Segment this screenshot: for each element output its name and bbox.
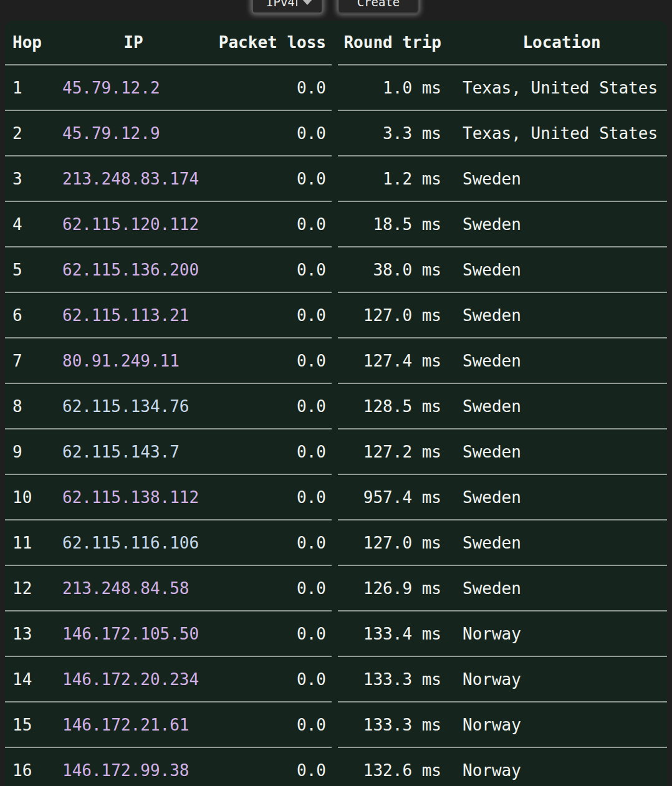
ip-link[interactable]: 213.248.83.174 bbox=[62, 170, 199, 188]
round-trip-cell: 127.0 ms bbox=[326, 534, 441, 552]
table-row: 11 62.115.116.106 0.0 127.0 ms Sweden bbox=[5, 519, 667, 565]
ip-link[interactable]: 146.172.21.61 bbox=[62, 716, 190, 734]
packet-loss-cell: 0.0 bbox=[212, 306, 326, 325]
packet-loss-cell: 0.0 bbox=[212, 79, 326, 97]
table-row: 7 80.91.249.11 0.0 127.4 ms Sweden bbox=[5, 337, 667, 383]
location-cell: Sweden bbox=[441, 170, 667, 188]
ip-link[interactable]: 62.115.116.106 bbox=[62, 534, 199, 552]
hop-cell: 14 bbox=[5, 670, 55, 689]
round-trip-cell: 133.3 ms bbox=[326, 670, 441, 689]
ip-cell: 62.115.136.200 bbox=[55, 261, 212, 279]
chevron-down-icon bbox=[302, 0, 313, 5]
location-cell: Texas, United States bbox=[441, 79, 667, 97]
column-header-location: Location bbox=[441, 33, 667, 52]
ip-cell: 45.79.12.2 bbox=[55, 79, 212, 97]
ip-cell: 62.115.113.21 bbox=[55, 306, 212, 325]
location-cell: Sweden bbox=[441, 215, 667, 234]
round-trip-cell: 127.4 ms bbox=[326, 352, 441, 370]
ip-cell: 62.115.120.112 bbox=[55, 215, 212, 234]
ip-link[interactable]: 62.115.113.21 bbox=[62, 306, 190, 325]
hop-cell: 5 bbox=[5, 261, 55, 279]
looking-glass-page: IPv4 Create Hop IP Packet loss Round tri… bbox=[0, 0, 672, 786]
table-row: 4 62.115.120.112 0.0 18.5 ms Sweden bbox=[5, 201, 667, 246]
ip-cell: 213.248.84.58 bbox=[55, 579, 212, 598]
packet-loss-cell: 0.0 bbox=[212, 397, 326, 416]
table-row: 14 146.172.20.234 0.0 133.3 ms Norway bbox=[5, 656, 667, 701]
location-cell: Sweden bbox=[441, 261, 667, 279]
table-row: 6 62.115.113.21 0.0 127.0 ms Sweden bbox=[5, 292, 667, 337]
ip-cell: 146.172.99.38 bbox=[55, 761, 212, 780]
ip-cell: 80.91.249.11 bbox=[55, 352, 212, 370]
packet-loss-cell: 0.0 bbox=[212, 625, 326, 643]
table-row: 16 146.172.99.38 0.0 132.6 ms Norway bbox=[5, 747, 667, 786]
ip-link[interactable]: 45.79.12.9 bbox=[62, 124, 160, 143]
ip-link[interactable]: 146.172.99.38 bbox=[62, 761, 190, 780]
ip-cell: 62.115.138.112 bbox=[55, 488, 212, 507]
ip-link[interactable]: 45.79.12.2 bbox=[62, 79, 160, 97]
ip-link[interactable]: 146.172.20.234 bbox=[62, 670, 199, 689]
location-cell: Sweden bbox=[441, 488, 667, 507]
location-cell: Norway bbox=[441, 716, 667, 734]
packet-loss-cell: 0.0 bbox=[212, 443, 326, 461]
ip-cell: 62.115.134.76 bbox=[55, 397, 212, 416]
packet-loss-cell: 0.0 bbox=[212, 261, 326, 279]
location-cell: Norway bbox=[441, 761, 667, 780]
hop-cell: 15 bbox=[5, 716, 55, 734]
toolbar: IPv4 Create bbox=[0, 0, 672, 21]
location-cell: Sweden bbox=[441, 534, 667, 552]
location-cell: Norway bbox=[441, 625, 667, 643]
ip-cell: 146.172.105.50 bbox=[55, 625, 212, 643]
hop-cell: 12 bbox=[5, 579, 55, 598]
packet-loss-cell: 0.0 bbox=[212, 670, 326, 689]
column-header-packet-loss: Packet loss bbox=[212, 33, 326, 52]
round-trip-cell: 1.0 ms bbox=[326, 79, 441, 97]
ip-cell: 45.79.12.9 bbox=[55, 124, 212, 143]
ip-link[interactable]: 80.91.249.11 bbox=[62, 352, 180, 370]
table-body: 1 45.79.12.2 0.0 1.0 ms Texas, United St… bbox=[5, 64, 667, 786]
traceroute-results-table: Hop IP Packet loss Round trip Location 1… bbox=[5, 21, 667, 786]
packet-loss-cell: 0.0 bbox=[212, 488, 326, 507]
ip-cell: 213.248.83.174 bbox=[55, 170, 212, 188]
packet-loss-cell: 0.0 bbox=[212, 761, 326, 780]
ip-link[interactable]: 62.115.136.200 bbox=[62, 261, 199, 279]
hop-cell: 9 bbox=[5, 443, 55, 461]
hop-cell: 4 bbox=[5, 215, 55, 234]
text-cursor bbox=[296, 0, 297, 6]
location-cell: Sweden bbox=[441, 306, 667, 325]
ip-link[interactable]: 62.115.120.112 bbox=[62, 215, 199, 234]
ip-link[interactable]: 146.172.105.50 bbox=[62, 625, 199, 643]
ip-link[interactable]: 62.115.138.112 bbox=[62, 488, 199, 507]
packet-loss-cell: 0.0 bbox=[212, 215, 326, 234]
packet-loss-cell: 0.0 bbox=[212, 716, 326, 734]
round-trip-cell: 38.0 ms bbox=[326, 261, 441, 279]
table-row: 12 213.248.84.58 0.0 126.9 ms Sweden bbox=[5, 565, 667, 610]
location-cell: Norway bbox=[441, 670, 667, 689]
location-cell: Sweden bbox=[441, 579, 667, 598]
table-row: 8 62.115.134.76 0.0 128.5 ms Sweden bbox=[5, 383, 667, 428]
round-trip-cell: 3.3 ms bbox=[326, 124, 441, 143]
table-header-row: Hop IP Packet loss Round trip Location bbox=[5, 21, 667, 64]
ip-version-select[interactable]: IPv4 bbox=[252, 0, 323, 14]
ip-version-selected-value: IPv4 bbox=[266, 0, 295, 9]
round-trip-cell: 133.4 ms bbox=[326, 625, 441, 643]
table-row: 9 62.115.143.7 0.0 127.2 ms Sweden bbox=[5, 428, 667, 474]
hop-cell: 13 bbox=[5, 625, 55, 643]
packet-loss-cell: 0.0 bbox=[212, 534, 326, 552]
ip-link[interactable]: 213.248.84.58 bbox=[62, 579, 190, 598]
table-row: 15 146.172.21.61 0.0 133.3 ms Norway bbox=[5, 701, 667, 747]
create-button[interactable]: Create bbox=[338, 0, 419, 14]
packet-loss-cell: 0.0 bbox=[212, 170, 326, 188]
round-trip-cell: 133.3 ms bbox=[326, 716, 441, 734]
table-row: 10 62.115.138.112 0.0 957.4 ms Sweden bbox=[5, 474, 667, 519]
ip-cell: 146.172.21.61 bbox=[55, 716, 212, 734]
packet-loss-cell: 0.0 bbox=[212, 579, 326, 598]
round-trip-cell: 132.6 ms bbox=[326, 761, 441, 780]
ip-link[interactable]: 62.115.143.7 bbox=[62, 443, 180, 461]
hop-cell: 6 bbox=[5, 306, 55, 325]
column-header-ip: IP bbox=[55, 33, 212, 52]
round-trip-cell: 957.4 ms bbox=[326, 488, 441, 507]
hop-cell: 16 bbox=[5, 761, 55, 780]
ip-link[interactable]: 62.115.134.76 bbox=[62, 397, 190, 416]
round-trip-cell: 127.0 ms bbox=[326, 306, 441, 325]
table-row: 3 213.248.83.174 0.0 1.2 ms Sweden bbox=[5, 155, 667, 201]
